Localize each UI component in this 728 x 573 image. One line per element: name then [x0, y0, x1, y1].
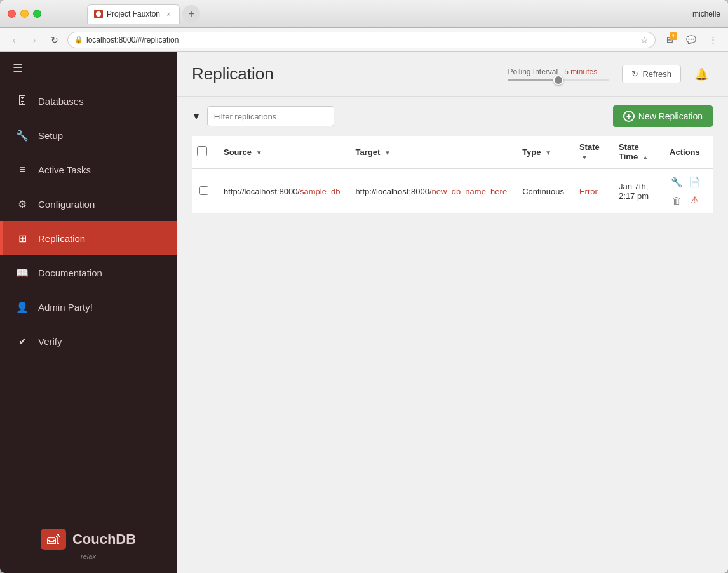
bell-button[interactable]: 🔔: [690, 63, 713, 86]
sidebar-label-databases: Databases: [38, 96, 84, 107]
sidebar-label-documentation: Documentation: [38, 267, 102, 278]
sidebar-item-databases[interactable]: 🗄 Databases: [0, 84, 177, 118]
polling-slider[interactable]: [508, 79, 609, 81]
type-value: Continuous: [522, 187, 564, 196]
tab-title: Project Fauxton: [107, 10, 160, 18]
delete-action-button[interactable]: 🗑: [670, 193, 684, 207]
page-title: Replication: [192, 64, 508, 84]
databases-icon: 🗄: [15, 95, 29, 107]
chat-icon: 💬: [686, 35, 696, 44]
documentation-icon: 📖: [15, 267, 29, 279]
browser-tab[interactable]: Project Fauxton ×: [87, 4, 180, 24]
target-cell: http://localhost:8000/new_db_name_here: [348, 168, 515, 214]
sidebar-item-verify[interactable]: ✔ Verify: [0, 324, 177, 358]
col-header-target[interactable]: Target ▼: [348, 136, 515, 168]
col-header-source[interactable]: Source ▼: [216, 136, 348, 168]
traffic-lights: [8, 10, 41, 18]
sidebar: ☰ 🗄 Databases 🔧 Setup ≡ Active Tasks ⚙ C…: [0, 52, 177, 573]
col-target-label: Target: [356, 147, 381, 157]
state-time-cell: Jan 7th, 2:17 pm: [611, 168, 662, 214]
filter-input[interactable]: [207, 106, 334, 126]
toolbar: ▼ + New Replication: [177, 97, 728, 136]
doc-action-button[interactable]: 📄: [687, 175, 701, 189]
polling-group: Polling Interval 5 minutes: [508, 67, 609, 81]
sidebar-item-configuration[interactable]: ⚙ Configuration: [0, 187, 177, 221]
relax-text: relax: [81, 553, 96, 560]
sidebar-label-active-tasks: Active Tasks: [38, 165, 91, 175]
chat-button[interactable]: 💬: [682, 31, 700, 49]
setup-icon: 🔧: [15, 130, 29, 142]
col-header-state-time[interactable]: State Time ▲: [611, 136, 662, 168]
active-tasks-icon: ≡: [15, 164, 29, 175]
url-bar: ‹ › ↻ 🔒 localhost:8000/#/replication ☆ ⊞…: [0, 28, 728, 52]
state-time-sort-icon: ▲: [642, 154, 649, 161]
col-type-label: Type: [522, 147, 541, 157]
maximize-button[interactable]: [33, 10, 41, 18]
sidebar-label-verify: Verify: [38, 336, 62, 347]
url-text: localhost:8000/#/replication: [86, 36, 637, 44]
select-all-checkbox[interactable]: [197, 146, 207, 156]
bell-icon: 🔔: [694, 67, 708, 81]
main-content: Replication Polling Interval 5 minutes ↻…: [177, 52, 728, 573]
url-bar-input[interactable]: 🔒 localhost:8000/#/replication ☆: [67, 32, 656, 48]
configuration-icon: ⚙: [15, 198, 29, 210]
replication-icon: ⊞: [15, 233, 29, 245]
source-sort-icon: ▼: [256, 149, 262, 156]
sidebar-item-active-tasks[interactable]: ≡ Active Tasks: [0, 152, 177, 187]
target-db-link[interactable]: new_db_name_here: [432, 187, 508, 196]
main-header: Replication Polling Interval 5 minutes ↻…: [177, 52, 728, 97]
source-db-link[interactable]: sample_db: [300, 187, 340, 196]
sidebar-label-admin-party: Admin Party!: [38, 302, 93, 313]
new-tab-button[interactable]: +: [182, 5, 200, 23]
edit-action-button[interactable]: 🔧: [670, 175, 684, 189]
col-header-actions: Actions: [662, 136, 713, 168]
table-header-row: Source ▼ Target ▼ Type ▼: [192, 136, 713, 168]
sidebar-header: ☰: [0, 52, 177, 84]
extensions-button[interactable]: ⊞ 1: [661, 31, 678, 49]
state-time-value: Jan 7th, 2:17 pm: [619, 182, 649, 201]
target-sort-icon: ▼: [384, 149, 391, 156]
sidebar-label-replication: Replication: [38, 233, 85, 244]
plus-circle-icon: +: [623, 111, 635, 122]
refresh-button[interactable]: ↻ Refresh: [622, 65, 681, 83]
sidebar-item-admin-party[interactable]: 👤 Admin Party!: [0, 290, 177, 324]
filter-icon: ▼: [192, 111, 201, 121]
warning-action-button[interactable]: ⚠: [687, 193, 701, 207]
state-cell: Error: [572, 168, 611, 214]
hamburger-icon[interactable]: ☰: [13, 61, 23, 75]
tab-close-button[interactable]: ×: [164, 10, 173, 18]
new-replication-button[interactable]: + New Replication: [613, 105, 713, 127]
minimize-button[interactable]: [20, 10, 29, 18]
col-source-label: Source: [224, 147, 252, 157]
sidebar-item-setup[interactable]: 🔧 Setup: [0, 118, 177, 152]
couchdb-name: CouchDB: [72, 531, 136, 548]
menu-button[interactable]: ⋮: [704, 31, 722, 49]
back-button[interactable]: ‹: [6, 32, 22, 48]
col-header-type[interactable]: Type ▼: [515, 136, 572, 168]
table-row: http://localhost:8000/sample_db http://l…: [192, 168, 713, 214]
source-prefix: http://localhost:8000/: [224, 187, 300, 196]
actions-group: 🔧 📄 🗑 ⚠: [670, 175, 705, 207]
bookmark-icon[interactable]: ☆: [640, 35, 649, 45]
sidebar-item-documentation[interactable]: 📖 Documentation: [0, 255, 177, 290]
col-state-time-label: State Time: [619, 142, 639, 161]
row-select-checkbox[interactable]: [199, 186, 208, 195]
state-sort-icon: ▼: [581, 154, 588, 161]
sidebar-label-setup: Setup: [38, 130, 63, 141]
forward-button[interactable]: ›: [27, 32, 42, 48]
col-header-state[interactable]: State ▼: [572, 136, 611, 168]
sidebar-footer: 🛋 CouchDB relax: [0, 516, 177, 573]
sidebar-item-replication[interactable]: ⊞ Replication: [0, 221, 177, 255]
col-state-label: State: [579, 142, 600, 152]
admin-party-icon: 👤: [15, 301, 29, 313]
actions-cell: 🔧 📄 🗑 ⚠: [662, 168, 713, 214]
type-sort-icon: ▼: [545, 149, 551, 156]
sidebar-label-configuration: Configuration: [38, 199, 95, 210]
close-button[interactable]: [8, 10, 16, 18]
tab-area: Project Fauxton × +: [49, 4, 692, 24]
tab-favicon: [94, 10, 103, 18]
user-name: michelle: [692, 10, 720, 18]
refresh-nav-button[interactable]: ↻: [47, 32, 62, 48]
couchdb-logo: 🛋 CouchDB: [41, 529, 136, 550]
new-replication-label: New Replication: [638, 111, 703, 121]
